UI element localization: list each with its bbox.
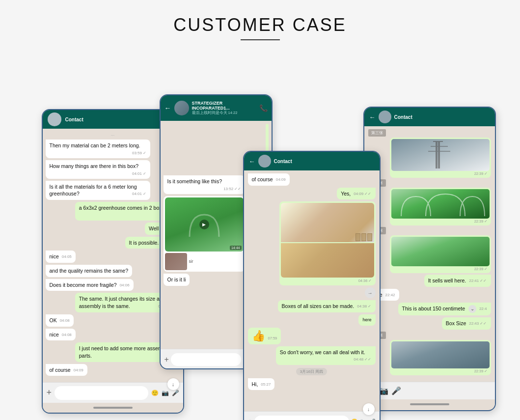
arch-svg: [391, 189, 490, 219]
msg-row: Boxes of all sizes can be made. 04:38 ✓: [248, 300, 376, 312]
scroll-btn-3[interactable]: →: [365, 287, 376, 298]
camera-icon[interactable]: 📷: [162, 390, 169, 396]
msg-time: 04:09: [276, 177, 286, 182]
boxes-image-bottom: [281, 243, 374, 278]
section-fourth: 第四张 22:39 ✓: [368, 179, 491, 225]
expand-btn[interactable]: ⌄: [468, 305, 476, 313]
emoji-icon-2[interactable]: +: [164, 355, 169, 364]
msg-time: 05:27: [261, 382, 271, 387]
msg-row: of course04:09: [46, 364, 180, 376]
msg-time: 22:41 ✓✓: [469, 278, 487, 283]
msg-time: 04:08: [62, 332, 72, 337]
mini-preview: sir: [165, 253, 244, 270]
field-3-time: 22:39 ✓: [391, 171, 490, 176]
home-indicator-1: [43, 403, 183, 413]
boxes-time: 04:36 ✓: [281, 278, 374, 284]
message-input-3[interactable]: [254, 416, 349, 420]
bubble: here: [358, 314, 375, 326]
msg-time: 04:01 ✓: [132, 191, 146, 196]
bubble: Or is it li: [164, 274, 190, 286]
footer-icons: 🙂 📷 🎤: [151, 390, 179, 396]
avatar-2: [174, 101, 189, 115]
bubble: Does it become more fragile?04:06: [46, 279, 134, 291]
tower-svg: [391, 139, 490, 171]
box-stack-overlay: [356, 233, 372, 241]
back-icon-4[interactable]: ←: [369, 113, 376, 121]
bubble: Box Size 22:43 ✓✓: [442, 317, 491, 330]
mini-thumb: [165, 253, 187, 270]
mic-icon[interactable]: 🎤: [172, 390, 179, 396]
avatar-3: [258, 155, 271, 168]
thumbsup-time: 07:59: [268, 336, 277, 340]
img-row-6: 22:39 ✓: [368, 340, 491, 375]
msg-row: of course 04:09: [248, 173, 376, 186]
scroll-down-button[interactable]: ↓: [167, 378, 179, 390]
avatar-4: [379, 111, 391, 123]
msg-row: here 22:42: [368, 289, 491, 301]
bubble: of course 04:09: [248, 173, 290, 186]
back-icon[interactable]: ←: [164, 104, 171, 112]
contact-name-2: STRATEGIZER INCOPARATED1...: [192, 101, 256, 111]
field-img-content-6: [391, 341, 490, 368]
call-icon[interactable]: 📞: [259, 104, 268, 112]
home-indicator-4: [364, 399, 495, 409]
bubble: Is it something like this?13:52 ✓✓: [164, 175, 246, 194]
svg-rect-1: [438, 141, 440, 168]
reaction-bar-4: ↩ 📷 🎤: [364, 382, 495, 399]
home-bar-4: [410, 403, 449, 405]
bubble: and the quality remains the same?: [46, 265, 133, 277]
emoji-icon[interactable]: +: [47, 388, 52, 398]
msg-time: 04:09 ✓✓: [354, 191, 371, 196]
title-underline: [241, 39, 280, 40]
msg-row-thumbsup: 👍07:59: [248, 328, 376, 344]
field-image-5: 22:39 ✓: [390, 235, 491, 273]
contact-name-1: Contact: [65, 117, 83, 122]
chat-footer-1: + 🙂 📷 🎤: [43, 382, 183, 403]
bubble: Boxes of all sizes can be made. 04:38 ✓: [278, 300, 376, 312]
msg-time: 04:38 ✓: [357, 304, 371, 309]
emoji-icon-3[interactable]: +: [248, 418, 252, 420]
play-icon-2[interactable]: ▶: [199, 220, 209, 229]
chat-header-3: ← Contact: [244, 152, 380, 170]
bubble: OK04:08: [46, 314, 74, 327]
msg-time: 04:05: [62, 254, 72, 259]
field-image-3: 22:39 ✓: [390, 138, 491, 178]
back-icon-3[interactable]: ←: [249, 158, 255, 165]
chat-header-2: ← STRATEGIZER INCOPARATED1... 最后上线时间是今天 …: [161, 95, 272, 121]
field-5-time: 22:39 ✓: [391, 266, 490, 272]
msg-row: Box Size 22:43 ✓✓: [368, 317, 491, 330]
chat-footer-3: + 🙂 📷 🎤: [244, 411, 380, 420]
field-img-content-4: [391, 189, 490, 219]
bubble: nice04:05: [46, 251, 76, 263]
image-bubble-2: ▶ 14:44 sir: [164, 196, 245, 272]
bubble: So don't worry, we can all deal with it.…: [276, 346, 376, 365]
bubble: Is it all the materials for a 6 meter lo…: [46, 181, 151, 200]
chat-card-4: ← Contact 第三张: [363, 107, 496, 411]
msg-row: →: [248, 287, 376, 298]
bubble: Yes, 04:09 ✓✓: [337, 188, 375, 200]
message-input[interactable]: [55, 386, 148, 400]
msg-time: 22:4: [479, 306, 487, 311]
msg-time: 04:48 ✓✓: [354, 357, 371, 362]
img-row-5: 22:39 ✓: [368, 235, 491, 273]
timestamp-divider: 3月16日 周四: [296, 368, 328, 375]
bubble: Hi, 05:27: [248, 378, 275, 391]
msg-time: 04:01 ✓: [132, 171, 146, 176]
field-6-time: 22:39 ✓: [391, 368, 490, 374]
msg-time: 22:43 ✓✓: [469, 321, 487, 326]
message-input-2[interactable]: [171, 353, 241, 366]
msg-row: Hi, 05:27: [248, 378, 376, 391]
sticker-icon[interactable]: 🙂: [151, 390, 159, 396]
scroll-down-button-3[interactable]: ↓: [363, 403, 375, 415]
section-fifth: 第五张 22:39 ✓: [368, 227, 491, 273]
field-img-content-5: [391, 237, 490, 266]
section-label-3: 第三张: [368, 129, 386, 137]
chat-header-4: ← Contact: [364, 108, 495, 126]
msg-row: Yes, 04:09 ✓✓: [248, 188, 376, 200]
mic-icon-4[interactable]: 🎤: [391, 386, 401, 395]
bubble: Then my material can be 2 meters long.03…: [46, 140, 151, 158]
msg-time: 22:42: [385, 292, 395, 298]
msg-row: This is about 150 centimete 22:4 ⌄: [368, 303, 491, 315]
chat-body-3: of course 04:09 Yes, 04:09 ✓✓: [244, 170, 380, 411]
msg-row: So don't worry, we can all deal with it.…: [248, 346, 376, 365]
